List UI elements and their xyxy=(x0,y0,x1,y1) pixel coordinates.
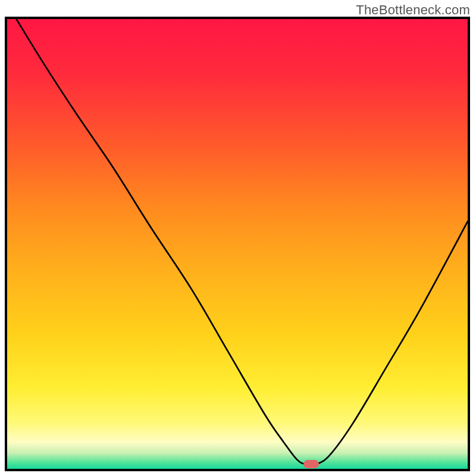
chart-background xyxy=(7,19,468,469)
chart-container: TheBottleneck.com xyxy=(0,0,476,476)
plot-frame xyxy=(5,17,470,471)
watermark-text: TheBottleneck.com xyxy=(356,2,470,18)
optimal-marker xyxy=(303,460,319,468)
plot-area xyxy=(7,19,468,469)
svg-rect-0 xyxy=(7,19,468,469)
